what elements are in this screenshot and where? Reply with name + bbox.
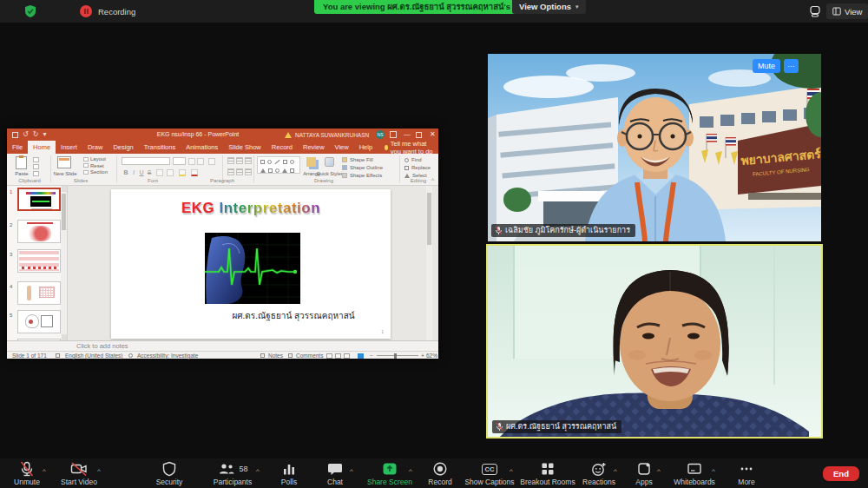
zoom-slider-thumb[interactable]: [394, 353, 397, 359]
video-tile-host[interactable]: พยาบาลศาสตร์ FACULTY OF NURSING: [488, 54, 821, 241]
slide-show-button[interactable]: [358, 353, 364, 359]
shapes-gallery[interactable]: [257, 156, 300, 174]
tab-review[interactable]: Review: [298, 141, 330, 154]
indent-button[interactable]: [245, 157, 252, 164]
quick-styles-button[interactable]: [325, 157, 334, 167]
slide-sorter-view-button[interactable]: [335, 353, 341, 359]
tab-help[interactable]: Help: [354, 141, 378, 154]
whiteboards-options-chevron[interactable]: ^: [712, 467, 715, 475]
minimize-button[interactable]: —: [404, 130, 411, 139]
start-video-button[interactable]: Start Video: [43, 461, 115, 486]
tell-me-search[interactable]: Tell me what you want to do: [378, 141, 438, 154]
align-left-button[interactable]: [227, 168, 234, 175]
font-name-select[interactable]: [122, 157, 170, 165]
thumbnails-scrollbar[interactable]: [61, 186, 67, 340]
current-slide[interactable]: EKG Interpretation: [111, 189, 391, 339]
paste-button[interactable]: [16, 156, 27, 169]
zoom-in-button[interactable]: +: [421, 353, 424, 359]
captions-options-chevron[interactable]: ^: [510, 467, 513, 475]
participants-options-chevron[interactable]: ^: [256, 467, 260, 475]
italic-button[interactable]: I: [130, 169, 137, 175]
mute-participant-button[interactable]: Mute: [753, 59, 780, 73]
tab-animations[interactable]: Animations: [181, 141, 223, 154]
notes-toggle[interactable]: Notes: [268, 353, 283, 359]
tab-record[interactable]: Record: [266, 141, 298, 154]
view-options-button[interactable]: View Options ▾: [512, 0, 586, 14]
recording-indicator-icon[interactable]: [80, 5, 92, 17]
undo-icon[interactable]: ↺: [23, 130, 29, 139]
clear-formatting-button[interactable]: [208, 158, 215, 165]
collapse-ribbon-icon[interactable]: ^: [431, 177, 434, 183]
shape-fill-button[interactable]: Shape Fill: [342, 157, 373, 162]
tab-transitions[interactable]: Transitions: [139, 141, 181, 154]
zoom-slider[interactable]: [377, 355, 418, 356]
video-options-chevron[interactable]: ^: [97, 467, 101, 475]
reactions-options-chevron[interactable]: ^: [614, 467, 617, 475]
slide-thumbnail-4[interactable]: [17, 281, 61, 305]
shape-effects-button[interactable]: Shape Effects: [342, 173, 382, 178]
zoom-percentage[interactable]: 62%: [426, 353, 437, 359]
apps-options-chevron[interactable]: ^: [657, 467, 661, 475]
accessibility-status[interactable]: Accessibility: Investigate: [137, 353, 198, 359]
restore-button[interactable]: [416, 132, 422, 138]
notes-placeholder[interactable]: Click to add notes: [7, 340, 438, 351]
view-layout-button[interactable]: View: [826, 3, 868, 19]
close-button[interactable]: ✕: [430, 130, 436, 139]
end-meeting-button[interactable]: End: [823, 466, 859, 481]
columns-button[interactable]: [245, 168, 252, 175]
tab-insert[interactable]: Insert: [56, 141, 82, 154]
underline-button[interactable]: U: [138, 169, 145, 175]
font-size-select[interactable]: [173, 157, 186, 165]
accessibility-icon[interactable]: [128, 353, 133, 358]
connected-device-icon[interactable]: [807, 3, 823, 19]
tab-home[interactable]: Home: [28, 141, 56, 154]
tab-slide-show[interactable]: Slide Show: [223, 141, 266, 154]
grow-font-button[interactable]: [188, 158, 195, 165]
chat-options-chevron[interactable]: ^: [350, 467, 353, 475]
slide-thumbnail-1[interactable]: [17, 188, 61, 211]
audio-options-chevron[interactable]: ^: [43, 467, 46, 475]
slide-thumbnail-5[interactable]: [17, 310, 61, 333]
tab-view[interactable]: View: [330, 141, 354, 154]
proofing-icon[interactable]: [56, 353, 60, 358]
bold-button[interactable]: B: [122, 169, 129, 175]
slide-scrollbar[interactable]: [426, 186, 432, 340]
numbering-button[interactable]: [236, 157, 243, 164]
zoom-out-button[interactable]: −: [370, 353, 373, 359]
redo-icon[interactable]: ↻: [33, 130, 39, 139]
more-button[interactable]: More: [710, 461, 783, 486]
shape-outline-button[interactable]: Shape Outline: [342, 165, 383, 170]
tab-draw[interactable]: Draw: [82, 141, 108, 154]
tab-file[interactable]: File: [7, 141, 28, 154]
shrink-font-button[interactable]: [197, 158, 204, 165]
normal-view-button[interactable]: [326, 353, 332, 359]
clipboard-mini-buttons[interactable]: [33, 157, 39, 176]
account-name[interactable]: NATTAYA SUWANKRUHASN: [295, 132, 369, 138]
new-slide-button[interactable]: [57, 156, 71, 168]
align-center-button[interactable]: [236, 168, 243, 175]
bullets-button[interactable]: [227, 157, 234, 164]
replace-button[interactable]: Replace: [404, 165, 431, 170]
arrange-button[interactable]: [306, 157, 316, 167]
character-spacing-button[interactable]: [156, 169, 163, 176]
slides-mini-buttons[interactable]: Layout Reset Section: [83, 156, 108, 175]
reading-view-button[interactable]: [344, 353, 350, 359]
font-color-button[interactable]: [191, 169, 198, 176]
comments-toggle[interactable]: Comments: [296, 353, 323, 359]
find-button[interactable]: Find: [404, 157, 422, 162]
account-avatar[interactable]: NS: [376, 130, 385, 139]
ribbon-display-options-icon[interactable]: [390, 131, 397, 138]
tab-design[interactable]: Design: [108, 141, 138, 154]
language-status[interactable]: English (United States): [65, 353, 122, 359]
text-highlight-button[interactable]: [179, 169, 186, 176]
security-shield-icon[interactable]: [23, 4, 37, 18]
powerpoint-title-bar[interactable]: ↺ ↻ ▾ EKG nsu/insp 66 - PowerPoint NATTA…: [7, 129, 438, 141]
qat-customize-chevron-icon[interactable]: ▾: [43, 130, 46, 139]
share-options-chevron[interactable]: ^: [409, 467, 412, 475]
strikethrough-button[interactable]: S: [146, 169, 153, 175]
slide-thumbnail-3[interactable]: [17, 249, 61, 273]
quick-access-toolbar[interactable]: ↺ ↻ ▾: [12, 130, 46, 139]
security-button[interactable]: Security: [133, 461, 206, 486]
video-tile-speaker[interactable]: ผศ.ดร.ณัฐธยาน์ สุวรรณคฤหาสน์: [488, 246, 821, 437]
save-icon[interactable]: [12, 132, 18, 138]
